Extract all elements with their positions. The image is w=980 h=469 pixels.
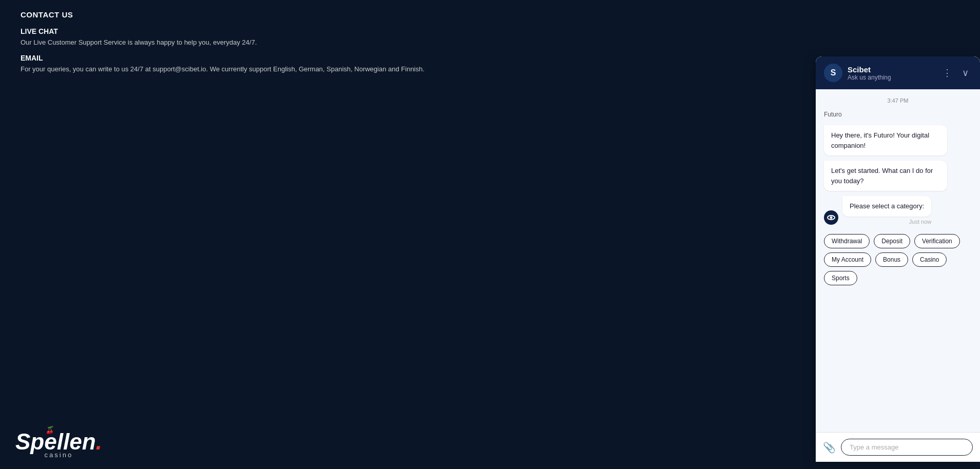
footer-logo: Sp 🍒 e llen . casino (15, 431, 102, 459)
category-casino[interactable]: Casino (912, 252, 947, 267)
category-withdrawal[interactable]: Withdrawal (824, 234, 870, 248)
live-chat-heading: LIVE CHAT (21, 27, 959, 35)
chat-attach-button[interactable]: 📎 (823, 441, 836, 454)
chat-bot-row: Please select a category: Just now (824, 196, 972, 225)
chat-bot-avatar (824, 210, 838, 225)
chat-bubble-1: Hey there, it's Futuro! Your digital com… (824, 125, 947, 155)
chat-input-area: 📎 (816, 432, 980, 462)
chat-bubble-2: Let's get started. What can I do for you… (824, 161, 947, 191)
chat-logo: S (824, 64, 842, 82)
category-sports[interactable]: Sports (824, 271, 857, 285)
chat-header-info: Scibet Ask us anything (848, 65, 934, 81)
just-now-label: Just now (842, 219, 931, 225)
chat-bot-subtitle: Ask us anything (848, 74, 934, 81)
eye-icon (827, 215, 835, 220)
cherry-icon: 🍒 (45, 426, 54, 434)
chat-messages: 3:47 PM Futuro Hey there, it's Futuro! Y… (816, 89, 980, 432)
logo-dot: . (96, 431, 102, 453)
live-chat-description: Our Live Customer Support Service is alw… (21, 37, 959, 48)
category-buttons: Withdrawal Deposit Verification My Accou… (824, 234, 972, 285)
logo-sp: Sp (15, 431, 44, 453)
chat-more-button[interactable]: ⋮ (939, 66, 955, 80)
logo-cherry-container: 🍒 e (44, 431, 56, 453)
category-verification[interactable]: Verification (914, 234, 960, 248)
category-deposit[interactable]: Deposit (874, 234, 910, 248)
attach-icon: 📎 (823, 442, 836, 453)
chat-message-input[interactable] (841, 439, 973, 456)
logo-llen: llen (57, 431, 96, 453)
category-bonus[interactable]: Bonus (875, 252, 908, 267)
chat-timestamp: 3:47 PM (824, 97, 972, 104)
category-my-account[interactable]: My Account (824, 252, 871, 267)
chat-bot-name: Scibet (848, 65, 934, 74)
chat-widget: S Scibet Ask us anything ⋮ ∨ 3:47 PM Fut… (816, 56, 980, 462)
contact-title: CONTACT US (21, 10, 959, 19)
chat-header-actions: ⋮ ∨ (939, 66, 972, 80)
chat-sender-name: Futuro (824, 111, 972, 118)
chat-bubble-3: Please select a category: (842, 196, 931, 217)
chat-select-container: Please select a category: Just now (842, 196, 931, 225)
chat-header: S Scibet Ask us anything ⋮ ∨ (816, 56, 980, 89)
chat-collapse-button[interactable]: ∨ (959, 66, 972, 80)
